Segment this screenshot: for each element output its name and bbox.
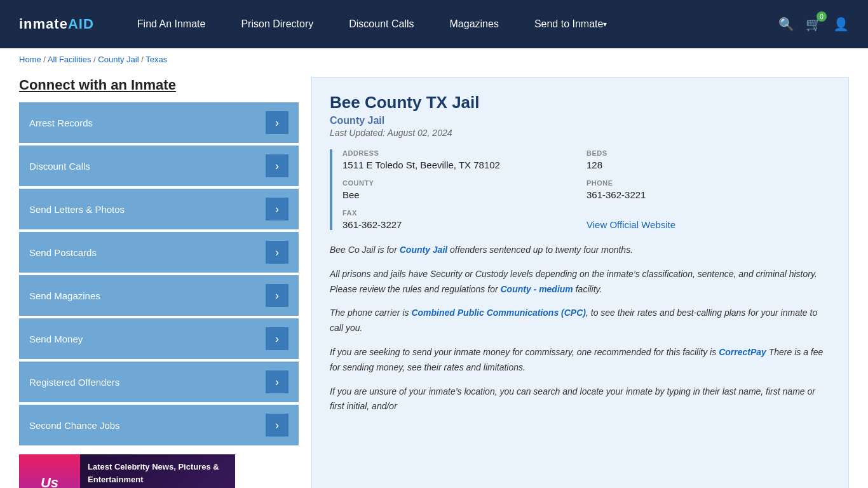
- header-icons: 🔍 🛒 0 👤: [778, 17, 849, 32]
- main-layout: Connect with an Inmate Arrest Records › …: [0, 71, 868, 488]
- arrow-icon: ›: [266, 327, 288, 350]
- facility-description: Bee Co Jail is for County Jail offenders…: [330, 243, 831, 414]
- website-link-value[interactable]: View Official Website: [587, 219, 831, 230]
- facility-info-grid: ADDRESS 1511 E Toledo St, Beeville, TX 7…: [330, 149, 831, 230]
- arrow-icon: ›: [266, 198, 288, 220]
- nav-prison-directory[interactable]: Prison Directory: [223, 0, 331, 48]
- correctpay-link[interactable]: CorrectPay: [719, 347, 766, 357]
- last-updated: Last Updated: August 02, 2024: [330, 128, 831, 138]
- user-icon[interactable]: 👤: [833, 17, 849, 32]
- facility-type: County Jail: [330, 115, 831, 126]
- beds-label: BEDS: [587, 149, 831, 157]
- main-nav: Find An Inmate Prison Directory Discount…: [119, 0, 778, 48]
- nav-send-to-inmate[interactable]: Send to Inmate: [517, 0, 625, 48]
- arrow-icon: ›: [266, 414, 288, 437]
- sidebar-btn-send-letters[interactable]: Send Letters & Photos ›: [19, 189, 299, 229]
- ad-logo: Us: [19, 454, 80, 488]
- nav-discount-calls[interactable]: Discount Calls: [331, 0, 431, 48]
- site-header: inmateAID Find An Inmate Prison Director…: [0, 0, 868, 48]
- sidebar-btn-arrest-records[interactable]: Arrest Records ›: [19, 102, 299, 143]
- logo-text: inmateAID: [19, 16, 94, 32]
- sidebar-btn-send-postcards[interactable]: Send Postcards ›: [19, 232, 299, 273]
- nav-find-inmate[interactable]: Find An Inmate: [119, 0, 224, 48]
- fax-value: 361-362-3227: [342, 219, 587, 230]
- desc-p1: Bee Co Jail is for County Jail offenders…: [330, 243, 831, 258]
- county-cell: COUNTY Bee: [342, 179, 587, 200]
- ad-content: Latest Celebrity News, Pictures & Entert…: [80, 456, 235, 488]
- facility-name: Bee County TX Jail: [330, 93, 831, 112]
- facility-content: Bee County TX Jail County Jail Last Upda…: [311, 77, 849, 488]
- county-label: COUNTY: [342, 179, 587, 187]
- fax-label: FAX: [342, 209, 587, 217]
- sidebar-btn-second-chance[interactable]: Second Chance Jobs ›: [19, 405, 299, 445]
- logo[interactable]: inmateAID: [19, 16, 94, 32]
- breadcrumb-home[interactable]: Home: [19, 55, 41, 64]
- county-value: Bee: [342, 189, 587, 200]
- phone-value: 361-362-3221: [587, 189, 831, 200]
- address-cell: ADDRESS 1511 E Toledo St, Beeville, TX 7…: [342, 149, 587, 170]
- breadcrumb-texas[interactable]: Texas: [146, 55, 167, 64]
- arrow-icon: ›: [266, 284, 288, 307]
- beds-value: 128: [587, 159, 831, 170]
- phone-label: PHONE: [587, 179, 831, 187]
- cart-icon[interactable]: 🛒 0: [806, 17, 822, 32]
- desc-p3: The phone carrier is Combined Public Com…: [330, 306, 831, 336]
- website-cell: View Official Website: [587, 209, 831, 230]
- sidebar-btn-send-magazines[interactable]: Send Magazines ›: [19, 275, 299, 316]
- county-medium-link[interactable]: County - medium: [500, 284, 573, 294]
- advertisement[interactable]: Us Latest Celebrity News, Pictures & Ent…: [19, 454, 235, 488]
- phone-cell: PHONE 361-362-3221: [587, 179, 831, 200]
- address-value: 1511 E Toledo St, Beeville, TX 78102: [342, 159, 587, 170]
- address-label: ADDRESS: [342, 149, 587, 157]
- sidebar-btn-send-money[interactable]: Send Money ›: [19, 318, 299, 359]
- desc-p5: If you are unsure of your inmate’s locat…: [330, 384, 831, 415]
- arrow-icon: ›: [266, 370, 288, 393]
- desc-p2: All prisons and jails have Security or C…: [330, 267, 831, 297]
- desc-p4: If you are seeking to send your inmate m…: [330, 345, 831, 376]
- arrow-icon: ›: [266, 241, 288, 264]
- sidebar-title: Connect with an Inmate: [19, 77, 299, 93]
- beds-cell: BEDS 128: [587, 149, 831, 170]
- sidebar-btn-discount-calls[interactable]: Discount Calls ›: [19, 146, 299, 186]
- breadcrumb-county-jail[interactable]: County Jail: [98, 55, 139, 64]
- fax-cell: FAX 361-362-3227: [342, 209, 587, 230]
- breadcrumb-all-facilities[interactable]: All Facilities: [48, 55, 92, 64]
- cart-badge: 0: [817, 11, 827, 22]
- view-official-website-link[interactable]: View Official Website: [587, 219, 675, 230]
- sidebar: Connect with an Inmate Arrest Records › …: [19, 77, 299, 488]
- county-jail-link[interactable]: County Jail: [400, 245, 447, 255]
- arrow-icon: ›: [266, 154, 288, 177]
- arrow-icon: ›: [266, 111, 288, 134]
- cpc-link[interactable]: Combined Public Communications (CPC): [411, 308, 586, 318]
- breadcrumb: Home / All Facilities / County Jail / Te…: [0, 48, 868, 71]
- sidebar-btn-registered-offenders[interactable]: Registered Offenders ›: [19, 362, 299, 402]
- search-icon[interactable]: 🔍: [778, 17, 794, 32]
- nav-magazines[interactable]: Magazines: [432, 0, 517, 48]
